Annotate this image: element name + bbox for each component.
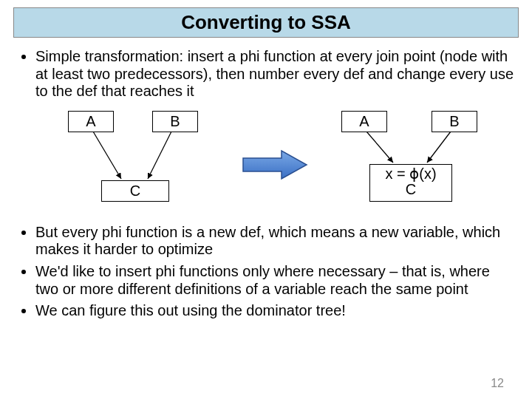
- diagram: A B C A B x = ϕ(x) C: [16, 105, 516, 219]
- svg-line-2: [366, 132, 393, 163]
- svg-line-0: [93, 132, 121, 179]
- node-label: C: [406, 181, 416, 197]
- slide-title: Converting to SSA: [14, 11, 518, 34]
- phi-expr: x = ϕ(x): [385, 166, 436, 182]
- node-right-c: x = ϕ(x) C: [369, 164, 452, 202]
- node-label: B: [170, 113, 180, 129]
- node-right-a: A: [341, 111, 387, 133]
- bullet-1: Simple transformation: insert a phi func…: [35, 48, 516, 100]
- node-label: B: [449, 113, 459, 129]
- node-right-b: B: [432, 111, 477, 133]
- transform-arrow-icon: [242, 149, 308, 180]
- svg-line-3: [427, 132, 451, 163]
- node-left-b: B: [152, 111, 198, 133]
- page-number: 12: [491, 377, 504, 390]
- node-label: C: [130, 183, 140, 199]
- node-label: A: [359, 113, 369, 129]
- slide-body: Simple transformation: insert a phi func…: [16, 48, 516, 320]
- svg-line-1: [148, 132, 171, 179]
- node-label: A: [86, 113, 95, 129]
- node-left-a: A: [68, 111, 114, 133]
- bullet-2: But every phi function is a new def, whi…: [35, 224, 516, 259]
- slide-title-bar: Converting to SSA: [13, 7, 519, 38]
- bullet-4: We can figure this out using the dominat…: [35, 302, 516, 320]
- node-left-c: C: [101, 180, 169, 202]
- bullet-3: We'd like to insert phi functions only w…: [35, 263, 516, 298]
